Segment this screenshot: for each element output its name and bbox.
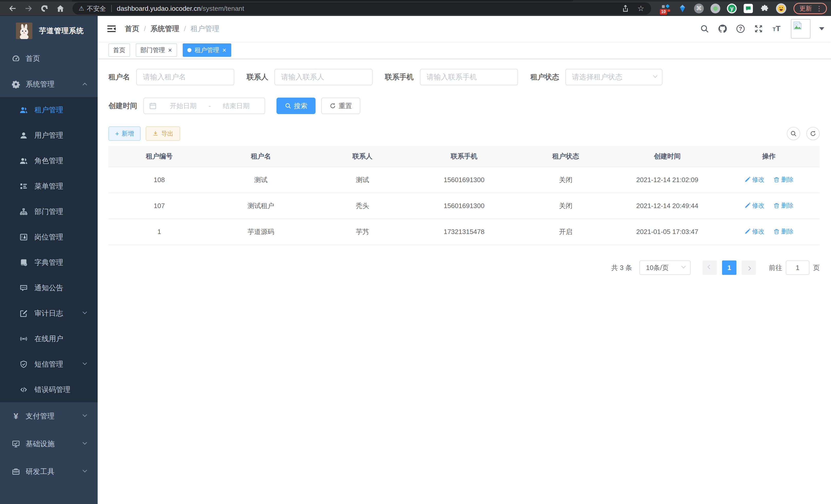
page-size-select[interactable]: 10条/页 (639, 261, 691, 275)
breadcrumb-system[interactable]: 系统管理 (150, 24, 179, 34)
end-date-placeholder[interactable]: 结束日期 (213, 101, 260, 111)
delete-link[interactable]: 删除 (773, 175, 794, 184)
shield-check-icon (20, 360, 28, 368)
column-header: 联系手机 (413, 146, 515, 167)
extension-command-icon[interactable]: ⌘ (694, 3, 704, 13)
tab-tenant[interactable]: 租户管理 × (183, 43, 231, 57)
date-range-picker[interactable]: 开始日期 - 结束日期 (143, 98, 265, 114)
column-header: 租户名 (210, 146, 311, 167)
extension-chat-icon[interactable] (743, 3, 753, 13)
sidebar-item-notice[interactable]: 通知公告 (0, 275, 98, 301)
reset-button[interactable]: 重置 (321, 98, 360, 114)
add-button[interactable]: + 新增 (109, 126, 141, 141)
url-text[interactable]: dashboard.yudao.iocoder.cn/system/tenant (117, 5, 245, 12)
table-row: 107 测试租户 秃头 15601691300 关闭 2021-12-14 20… (109, 193, 820, 219)
sidebar-item-payment[interactable]: ¥ 支付管理 (0, 402, 98, 430)
header-search-icon[interactable] (700, 24, 709, 33)
browser-forward-icon[interactable] (24, 4, 33, 13)
sidebar-item-online-user[interactable]: 在线用户 (0, 326, 98, 351)
extension-record-icon[interactable] (710, 3, 720, 13)
sidebar-item-infra[interactable]: 基础设施 (0, 430, 98, 458)
user-avatar[interactable] (791, 19, 810, 38)
github-icon[interactable] (718, 24, 727, 33)
trash-icon (773, 202, 780, 209)
browser-home-icon[interactable] (56, 4, 65, 13)
sidebar-toggle-icon[interactable] (98, 24, 125, 34)
tab-close-icon[interactable]: × (168, 47, 172, 53)
mobile-input[interactable] (420, 69, 518, 85)
sidebar-item-label: 支付管理 (26, 411, 55, 421)
sidebar-item-error-code[interactable]: 错误码管理 (0, 377, 98, 402)
sidebar-item-home[interactable]: 首页 (0, 46, 98, 71)
sidebar-item-post[interactable]: 岗位管理 (0, 224, 98, 250)
extension-icon-1[interactable]: 10 (661, 3, 671, 13)
page-number-1[interactable]: 1 (722, 261, 737, 275)
extension-y-icon[interactable]: y (727, 3, 737, 13)
sidebar-item-sms[interactable]: 短信管理 (0, 351, 98, 377)
show-search-toggle-button[interactable] (787, 127, 800, 140)
fullscreen-icon[interactable] (754, 24, 763, 33)
help-icon[interactable]: ? (736, 24, 745, 33)
sidebar-item-label: 研发工具 (26, 467, 55, 476)
avatar-caret-icon[interactable] (819, 27, 824, 30)
user-icon (20, 131, 28, 140)
bookmark-star-icon[interactable]: ☆ (637, 4, 645, 12)
next-page-button[interactable] (742, 261, 756, 275)
sidebar-item-user[interactable]: 用户管理 (0, 122, 98, 148)
delete-link[interactable]: 删除 (773, 201, 794, 210)
tab-close-icon[interactable]: × (222, 47, 227, 53)
search-button[interactable]: 搜索 (277, 98, 316, 114)
browser-update-button[interactable]: 更新 ⋮ (794, 3, 827, 14)
sidebar-item-label: 用户管理 (34, 130, 63, 140)
sidebar-item-dict[interactable]: 字典管理 (0, 250, 98, 275)
sidebar-item-tenant[interactable]: 租户管理 (0, 97, 98, 122)
cell-status: 关闭 (515, 167, 617, 193)
breadcrumb-home[interactable]: 首页 (125, 24, 139, 34)
sidebar-item-devtools[interactable]: 研发工具 (0, 458, 98, 485)
signal-icon (20, 335, 28, 343)
tab-dept[interactable]: 部门管理 × (136, 43, 177, 57)
page-content: 租户名 联系人 联系手机 租户状态 请选择租户状态 (98, 59, 831, 504)
contact-input[interactable] (275, 69, 373, 85)
status-select[interactable]: 请选择租户状态 (565, 69, 662, 85)
goto-page-input[interactable] (786, 261, 809, 275)
sidebar-item-dept[interactable]: 部门管理 (0, 199, 98, 224)
tenant-name-input[interactable] (136, 69, 234, 85)
pencil-icon (744, 228, 751, 235)
not-secure-label[interactable]: 不安全 (87, 4, 106, 13)
edit-link[interactable]: 修改 (744, 201, 765, 210)
browser-back-icon[interactable] (8, 4, 17, 13)
share-icon[interactable] (621, 4, 630, 12)
extensions-puzzle-icon[interactable] (760, 3, 770, 13)
tab-home[interactable]: 首页 (109, 43, 130, 57)
sidebar-item-menu[interactable]: 菜单管理 (0, 173, 98, 199)
search-icon (285, 102, 291, 109)
sidebar-item-label: 系统管理 (26, 79, 55, 89)
address-bar[interactable]: ⚠ 不安全 dashboard.yudao.iocoder.cn/system/… (73, 2, 651, 14)
chevron-down-icon (83, 413, 87, 417)
sidebar-item-role[interactable]: 角色管理 (0, 148, 98, 173)
export-button-label: 导出 (161, 129, 173, 138)
font-size-icon[interactable]: TT (772, 24, 781, 33)
cell-status: 开启 (515, 219, 617, 245)
app-logo[interactable]: 芋道管理系统 (0, 16, 98, 46)
sidebar-item-audit-log[interactable]: 审计日志 (0, 301, 98, 326)
cell-contact: 测试 (312, 167, 413, 193)
breadcrumb-separator: / (144, 25, 146, 33)
refresh-table-button[interactable] (806, 127, 820, 140)
export-button[interactable]: 导出 (146, 126, 180, 141)
cell-tenant-name: 测试租户 (210, 193, 311, 219)
pencil-icon (744, 176, 751, 183)
prev-page-button[interactable] (703, 261, 717, 275)
edit-link[interactable]: 修改 (744, 227, 765, 236)
browser-menu-icon[interactable]: ⋮ (814, 5, 824, 12)
delete-link[interactable]: 删除 (773, 227, 794, 236)
start-date-placeholder[interactable]: 开始日期 (160, 101, 207, 111)
profile-avatar-icon[interactable] (776, 3, 786, 13)
add-button-label: 新增 (121, 129, 134, 138)
cell-contact: 芋艿 (312, 219, 413, 245)
edit-link[interactable]: 修改 (744, 175, 765, 184)
sidebar-item-system[interactable]: 系统管理 (0, 71, 98, 97)
extension-gem-icon[interactable] (677, 3, 688, 13)
browser-reload-icon[interactable] (40, 4, 49, 13)
